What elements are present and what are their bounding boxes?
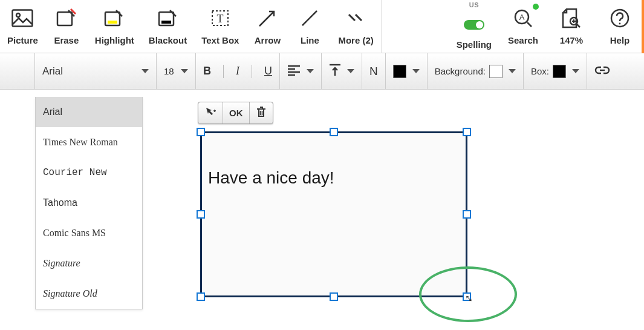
textbox-content[interactable]: Have a nice day! [200,131,467,297]
arrow-button[interactable]: Arrow [246,0,288,53]
accent-stripe [642,0,644,53]
ok-button[interactable]: OK [223,102,250,124]
delete-button[interactable] [250,102,273,124]
spelling-lang: US [469,1,479,8]
search-icon: A [510,5,536,31]
toolbar-edit-group: Picture Erase Highlight [0,0,382,53]
font-option-courier[interactable]: Courier New [36,157,142,188]
svg-point-13 [619,23,621,25]
erase-button[interactable]: Erase [45,0,88,53]
highlight-button[interactable]: Highlight [88,0,141,53]
more-button[interactable]: More (2) [331,0,380,53]
separator [223,65,224,78]
text-color-select[interactable] [386,53,428,89]
underline-button[interactable]: U [264,65,272,78]
resize-handle-bm[interactable] [330,292,338,301]
align-top-icon [329,64,341,79]
svg-rect-6 [161,21,171,24]
chevron-down-icon [181,69,188,73]
svg-rect-4 [108,21,117,24]
v-align-select[interactable] [322,53,362,89]
background-color-select[interactable]: Background: [428,53,524,89]
box-color-select[interactable]: Box: [524,53,587,89]
font-style-group: B I U [196,53,280,89]
format-leading-cell [0,53,35,89]
line-icon [296,5,323,31]
help-button[interactable]: Help [596,0,644,53]
resize-handle-bl[interactable] [197,292,205,301]
line-label: Line [301,35,319,45]
italic-button[interactable]: I [236,65,239,78]
resize-handle-tr[interactable] [463,128,471,136]
line-button[interactable]: Line [288,0,331,53]
separator [252,65,252,78]
textbox-selection[interactable]: Have a nice day! ↔ [197,128,470,300]
svg-point-1 [16,13,20,17]
link-button[interactable] [587,53,617,89]
erase-label: Erase [54,35,79,45]
font-option-signature[interactable]: Signature [36,248,142,279]
blackout-icon [155,5,181,31]
textbox-button[interactable]: T Text Box [194,0,246,53]
svg-rect-0 [13,10,33,27]
box-label: Box: [531,66,549,76]
highlight-icon [101,5,128,31]
font-family-dropdown[interactable]: Arial Times New Roman Courier New Tahoma… [35,97,143,309]
move-button[interactable] [198,102,223,124]
spelling-button[interactable]: US Spelling [449,0,499,53]
arrow-label: Arrow [255,35,281,45]
zoom-icon [558,5,585,31]
ok-label: OK [229,108,243,118]
spelling-toggle-icon [461,12,487,36]
toggle-switch-icon [464,20,484,30]
chevron-down-icon [347,69,354,73]
resize-handle-tm[interactable] [330,128,338,136]
background-color-swatch [489,65,503,78]
svg-rect-2 [57,12,72,25]
textbox-icon: T [207,5,233,31]
arrow-icon [254,5,281,31]
trash-icon [256,106,267,120]
search-label: Search [508,35,538,45]
toolbar-util-group: US Spelling A Search [449,0,644,53]
font-option-times[interactable]: Times New Roman [36,127,142,157]
more-icon [343,5,369,31]
font-option-arial[interactable]: Arial [36,97,142,127]
bold-button[interactable]: B [203,65,211,78]
search-status-dot [533,4,539,10]
font-size-select[interactable]: 18 [157,53,196,89]
textbox-mini-toolbar: OK [198,102,273,124]
resize-handle-br[interactable] [463,292,471,301]
textbox-label: Text Box [201,35,239,45]
picture-button[interactable]: Picture [0,0,45,53]
format-toolbar: Arial 18 B I U [0,53,644,90]
chevron-down-icon [307,69,314,73]
blackout-button[interactable]: Blackout [141,0,194,53]
zoom-label: 147% [560,35,583,45]
link-icon [594,65,610,78]
search-button[interactable]: A Search [499,0,547,53]
move-icon [204,106,216,120]
picture-label: Picture [7,35,38,45]
n-label: N [369,65,378,78]
chevron-down-icon [412,69,420,73]
svg-text:T: T [217,13,224,25]
h-align-select[interactable] [280,53,322,89]
background-label: Background: [435,66,486,76]
erase-icon [53,5,80,31]
picture-icon [9,5,36,31]
font-option-signature-old[interactable]: Signature Old [36,279,142,309]
resize-handle-mr[interactable] [463,210,471,219]
font-option-tahoma[interactable]: Tahoma [36,188,142,218]
resize-handle-tl[interactable] [197,128,205,136]
zoom-button[interactable]: 147% [547,0,596,53]
font-family-select[interactable]: Arial [35,53,157,89]
font-family-value: Arial [42,65,63,78]
font-size-value: 18 [164,66,174,76]
highlight-label: Highlight [95,35,134,45]
spelling-label: Spelling [457,39,492,50]
resize-handle-ml[interactable] [197,210,205,219]
n-button[interactable]: N [362,53,386,89]
font-option-comic[interactable]: Comic Sans MS [36,218,142,248]
blackout-label: Blackout [149,35,187,45]
